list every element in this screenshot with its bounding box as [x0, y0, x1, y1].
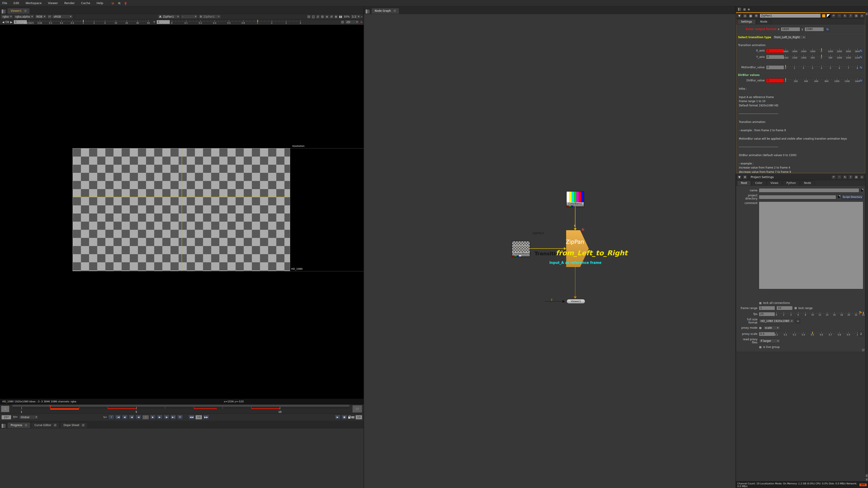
lock-range-checkbox[interactable] [794, 306, 797, 310]
menu-file[interactable]: File [2, 1, 7, 5]
zoom-level[interactable]: 50% [343, 14, 350, 19]
proxy-scale-2-button[interactable]: 2 [859, 332, 863, 336]
frame-range-end-input[interactable]: 10 [776, 306, 793, 310]
float-panel-icon[interactable]: ⊞ [854, 175, 859, 180]
node-colorbars[interactable]: ColorBars1 [566, 191, 584, 207]
timeline-end-frame-box[interactable]: 10 [352, 405, 362, 413]
jump-back-button[interactable]: ◀◀ [188, 415, 194, 420]
help-icon[interactable]: ? [848, 175, 853, 180]
y-axis-slider[interactable]: -2160-1500-1000-5000500100015002160 [785, 55, 857, 59]
redo-icon[interactable]: ↷ [837, 175, 841, 180]
panel-resize-grip[interactable] [862, 349, 865, 351]
collapse-toolbar-icon[interactable]: » [361, 16, 364, 18]
layer-select[interactable]: rgba▼ [1, 14, 13, 19]
pin-icon[interactable] [125, 2, 127, 4]
sample-region-icon[interactable]: ⊡ [340, 20, 345, 24]
full-size-format-select[interactable]: HD_1080 1920x1080▼ [759, 319, 794, 323]
gain-region-icon[interactable]: ⊡ [307, 14, 311, 19]
timeline-scale-icon[interactable] [351, 416, 354, 418]
timeline-in-frame-box[interactable]: 1 [1, 405, 9, 412]
gain-slider[interactable]: 0.0156250.040.10.20.412410204064 [29, 20, 149, 25]
proxy-scale-input[interactable]: 0.5 [759, 332, 775, 336]
gamma-slider[interactable]: 00.10.20.40.50.81234 [172, 20, 301, 25]
undo-icon[interactable]: ↶ [831, 13, 836, 18]
range-lock-button[interactable]: I [108, 415, 114, 420]
fps-display[interactable]: 25* [1, 415, 11, 420]
loop-mode-button[interactable]: O [177, 415, 183, 420]
proxy-scale-slider[interactable]: 0.10.20.30.40.50.60.70.80.91 [776, 331, 857, 336]
play-backward-button[interactable]: ◀ [129, 415, 134, 420]
slider-handle[interactable] [785, 78, 786, 80]
step-forward-button[interactable]: ▶ [150, 415, 156, 420]
stop-icon[interactable]: ▣ [341, 415, 347, 420]
node-wrench-icon[interactable]: ⚙ [754, 13, 758, 18]
scroll-up-icon[interactable]: ▲ [866, 474, 868, 477]
help-icon[interactable]: ? [848, 13, 853, 18]
playback-mode-icon[interactable]: ↻▼ [103, 415, 107, 420]
slider-handle[interactable] [257, 20, 258, 22]
next-keyframe-button[interactable]: ·▶ [163, 415, 169, 420]
slider-handle[interactable] [785, 65, 786, 68]
frame-range-start-input[interactable]: 1 [759, 306, 775, 310]
viewer-lut-select[interactable]: sRGB▼ [52, 14, 73, 19]
menu-help[interactable]: Help [97, 1, 103, 5]
wire-a[interactable] [530, 248, 564, 249]
name-input[interactable] [759, 188, 859, 193]
gamma-input[interactable]: 1 [156, 20, 170, 24]
flipbook-play-icon[interactable]: ▶ [335, 415, 341, 420]
tab-node[interactable]: Node [756, 19, 771, 24]
float-panel-icon[interactable]: ⊞ [854, 13, 859, 18]
slider-handle[interactable] [821, 48, 822, 51]
node-display-icon[interactable]: ▦ [748, 13, 753, 18]
play-forward-button[interactable]: ▶ [157, 415, 162, 420]
slider-handle[interactable] [863, 312, 864, 314]
pane-menu-icon[interactable] [738, 7, 741, 11]
scroll-down-icon[interactable]: ▼ [866, 478, 868, 481]
tab-root[interactable]: Root [737, 181, 751, 186]
grid-icon[interactable]: ▦ [743, 8, 746, 11]
tab-python[interactable]: Python [782, 181, 800, 186]
goto-end-button[interactable]: ▶| [170, 415, 176, 420]
format-x-input[interactable]: 1920 [781, 27, 800, 31]
tab-progress[interactable]: Progress× [7, 422, 31, 428]
x-axis-slider[interactable]: -3840-3000-2000-100001000200030003840 [785, 48, 857, 53]
close-tab-icon[interactable]: × [54, 424, 57, 427]
roi-icon[interactable]: ⊕ [334, 14, 338, 19]
menu-workspace[interactable]: Workspace [26, 1, 41, 5]
file-browse-icon[interactable] [837, 195, 840, 199]
pages-icon[interactable]: ⊟ [320, 14, 325, 19]
pause-icon[interactable]: ▮▮ [338, 14, 343, 19]
pin-panel-icon[interactable]: ◉ [747, 8, 750, 11]
timeline[interactable]: 1 15102 10 [0, 404, 364, 414]
jump-forward-button[interactable]: ▶▶ [203, 415, 209, 420]
tools-icon[interactable]: ×× [118, 2, 121, 5]
playback-end-field[interactable]: 10 [355, 415, 362, 420]
collapse-toolbar2-icon[interactable]: » [361, 22, 364, 23]
motionblur-input[interactable]: 0 [766, 65, 784, 70]
menu-cache[interactable]: Cache [81, 1, 90, 5]
file-browse-icon[interactable] [861, 189, 863, 192]
dirblur-input[interactable]: 0 [766, 78, 784, 83]
frame-range-scope-select[interactable]: Global▼ [19, 415, 38, 419]
close-panel-icon[interactable]: × [860, 13, 864, 18]
alpha-layer-select[interactable]: rgba.alpha▼ [13, 14, 34, 19]
settings-wrench-icon[interactable]: ⚙ [743, 175, 747, 180]
fstop-next-icon[interactable]: ▶ [9, 20, 13, 24]
wipe-icon[interactable]: ∕∕ [316, 14, 320, 19]
revert-icon[interactable]: ↻ [843, 175, 847, 180]
y-axis-input[interactable]: 0 [766, 55, 784, 59]
proxy-toggle-icon[interactable]: □ [311, 14, 316, 19]
motionblur-animation-icon[interactable]: ∿ [859, 65, 863, 70]
proxy-mode-select[interactable]: scale▼ [763, 326, 780, 330]
read-proxy-files-select[interactable]: if larger▼ [759, 339, 780, 343]
scroll-up-icon[interactable]: ▲ [866, 12, 868, 15]
tab-settings[interactable]: Settings [737, 19, 756, 24]
node-viewer[interactable]: Viewer1 [567, 299, 585, 304]
menu-viewer[interactable]: Viewer [48, 1, 58, 5]
input-process-button[interactable]: IP [47, 14, 52, 19]
format-edit-button[interactable]: = [796, 319, 800, 323]
tab-viewer1[interactable]: Viewer1× [7, 8, 30, 14]
previous-keyframe-button[interactable]: ◀· [122, 415, 128, 420]
proxy-mode-checkbox[interactable] [759, 326, 762, 329]
nuke-logo-icon[interactable]: ∪ [112, 1, 114, 5]
